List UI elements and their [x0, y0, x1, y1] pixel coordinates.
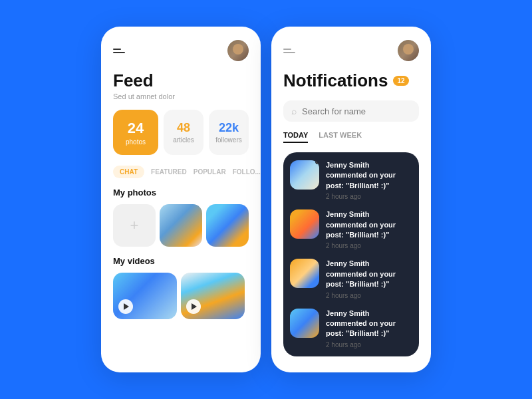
video-thumb-2[interactable] — [181, 273, 245, 319]
tab-follow[interactable]: FOLLO... — [233, 166, 261, 178]
photo-thumb-2[interactable] — [206, 204, 249, 247]
videos-grid — [113, 273, 249, 319]
feed-panel: Feed Sed ut amnet dolor 24 photos 48 art… — [101, 27, 261, 372]
video-thumb-1[interactable] — [113, 273, 177, 319]
add-photo-button[interactable]: + — [113, 204, 156, 247]
hamburger-icon-notif[interactable] — [283, 49, 295, 53]
stats-row: 24 photos 48 articles 22k followers — [113, 110, 249, 155]
stat-photos: 24 photos — [113, 110, 158, 155]
notif-content-3: Jenny Smith commented on your post: "Bri… — [326, 309, 412, 348]
notif-page-title: Notifications — [283, 70, 388, 91]
notif-header — [283, 40, 419, 61]
photos-grid: + — [113, 204, 249, 247]
notif-item[interactable]: Jenny Smith commented on your post: "Bri… — [290, 209, 412, 249]
feed-subtitle: Sed ut amnet dolor — [113, 92, 249, 100]
notif-content-2: Jenny Smith commented on your post: "Bri… — [326, 259, 412, 299]
stat-articles-number: 48 — [177, 121, 190, 135]
feed-header — [113, 40, 249, 61]
search-input[interactable] — [302, 106, 411, 116]
play-button-2[interactable] — [186, 299, 201, 314]
tab-chat[interactable]: CHAT — [113, 166, 144, 178]
notif-time-0: 2 hours ago — [326, 193, 412, 200]
stat-followers: 22k followers — [209, 110, 249, 155]
notifications-list: Jenny Smith commented on your post: "Bri… — [283, 152, 419, 356]
notif-tabs-row: TODAY LAST WEEK — [283, 131, 419, 143]
notif-avatar-img-3 — [290, 309, 319, 338]
videos-section-title: My videos — [113, 256, 249, 266]
photos-section-title: My photos — [113, 188, 249, 198]
notif-avatar[interactable] — [398, 40, 419, 61]
avatar[interactable] — [227, 40, 249, 61]
feed-tabs: CHAT FEATURED POPULAR FOLLO... — [113, 166, 249, 178]
add-icon: + — [130, 217, 139, 234]
stat-followers-label: followers — [215, 136, 241, 144]
stat-photos-label: photos — [126, 138, 146, 146]
notif-item[interactable]: Jenny Smith commented on your post: "Bri… — [290, 160, 412, 200]
notif-content-0: Jenny Smith commented on your post: "Bri… — [326, 160, 412, 200]
notif-time-3: 2 hours ago — [326, 341, 412, 348]
notif-content-1: Jenny Smith commented on your post: "Bri… — [326, 209, 412, 249]
notif-item[interactable]: Jenny Smith commented on your post: "Bri… — [290, 259, 412, 299]
play-triangle-icon-2 — [192, 303, 197, 310]
notifications-panel: Notifications 12 ⌕ TODAY LAST WEEK Jenny… — [271, 27, 431, 372]
notif-avatar-img-0 — [290, 160, 319, 190]
feed-title: Feed — [113, 70, 249, 91]
stat-photos-number: 24 — [128, 120, 144, 137]
notif-text-0: Jenny Smith commented on your post: "Bri… — [326, 160, 412, 191]
search-icon: ⌕ — [291, 106, 297, 116]
notif-text-3: Jenny Smith commented on your post: "Bri… — [326, 309, 412, 339]
tab-featured[interactable]: FEATURED — [151, 166, 187, 178]
stat-articles: 48 articles — [164, 110, 203, 155]
notif-time-2: 2 hours ago — [326, 292, 412, 299]
app-container: Feed Sed ut amnet dolor 24 photos 48 art… — [101, 27, 431, 372]
notif-unread-dot — [315, 160, 319, 164]
search-bar[interactable]: ⌕ — [283, 100, 419, 122]
notif-text-2: Jenny Smith commented on your post: "Bri… — [326, 259, 412, 289]
stat-followers-number: 22k — [219, 121, 239, 135]
notif-avatar-img-1 — [290, 209, 319, 239]
notif-avatar-img-2 — [290, 259, 319, 288]
notif-text-1: Jenny Smith commented on your post: "Bri… — [326, 209, 412, 240]
notif-count-badge: 12 — [393, 76, 408, 86]
play-button-1[interactable] — [118, 299, 133, 314]
play-triangle-icon-1 — [124, 303, 129, 310]
notif-item[interactable]: Jenny Smith commented on your post: "Bri… — [290, 309, 412, 348]
photo-thumb-1[interactable] — [160, 204, 202, 247]
tab-last-week[interactable]: LAST WEEK — [319, 131, 362, 143]
notif-title-row: Notifications 12 — [283, 70, 419, 91]
tab-popular[interactable]: POPULAR — [194, 166, 226, 178]
notif-time-1: 2 hours ago — [326, 242, 412, 249]
hamburger-icon[interactable] — [113, 49, 125, 53]
stat-articles-label: articles — [173, 136, 194, 144]
tab-today[interactable]: TODAY — [283, 131, 308, 143]
